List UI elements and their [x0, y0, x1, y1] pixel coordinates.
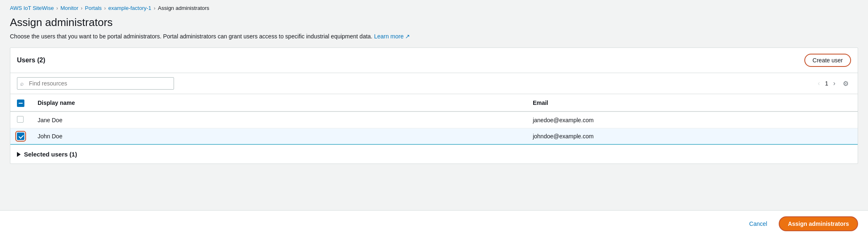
table-header-row: Display name Email [10, 94, 858, 111]
panel-header: Users (2) Create user [10, 48, 858, 73]
next-page-button[interactable]: › [831, 78, 838, 89]
row-checkbox-cell [10, 128, 31, 145]
header-checkbox-cell [10, 94, 31, 111]
breadcrumb-item-factory[interactable]: example-factory-1 [108, 5, 151, 11]
row-display-name: Jane Doe [31, 111, 526, 128]
filter-bar: ⌕ ‹ 1 › ⚙ [10, 73, 858, 94]
row-checkbox-jane[interactable] [17, 116, 24, 123]
cancel-button[interactable]: Cancel [743, 217, 774, 230]
create-user-button[interactable]: Create user [804, 54, 851, 67]
page-description: Choose the users that you want to be por… [0, 32, 868, 47]
breadcrumb-sep-1: › [56, 5, 58, 11]
row-display-name: John Doe [31, 128, 526, 145]
search-wrapper: ⌕ [17, 77, 174, 90]
breadcrumb-item-current: Assign administrators [158, 5, 209, 11]
expand-icon [17, 152, 21, 157]
header-email: Email [526, 94, 858, 111]
selected-users-label: Selected users (1) [24, 151, 77, 158]
breadcrumb-item-sitewise[interactable]: AWS IoT SiteWise [10, 5, 54, 11]
header-checkbox[interactable] [17, 100, 24, 107]
breadcrumb-item-monitor[interactable]: Monitor [60, 5, 78, 11]
row-email: janedoe@example.com [526, 111, 858, 128]
page-number: 1 [825, 80, 828, 87]
footer: Cancel Assign administrators [0, 210, 868, 237]
breadcrumb-sep-4: › [154, 5, 155, 11]
prev-page-button[interactable]: ‹ [816, 78, 823, 89]
breadcrumb-item-portals[interactable]: Portals [85, 5, 102, 11]
search-input[interactable] [17, 77, 174, 90]
search-icon: ⌕ [20, 80, 24, 87]
users-panel: Users (2) Create user ⌕ ‹ 1 › ⚙ [10, 47, 858, 164]
users-table: Display name Email Jane Doe janedoe@exam… [10, 94, 858, 145]
panel-title: Users (2) [17, 57, 45, 64]
assign-administrators-button[interactable]: Assign administrators [779, 216, 858, 231]
breadcrumb: AWS IoT SiteWise › Monitor › Portals › e… [0, 0, 868, 14]
table-settings-button[interactable]: ⚙ [840, 78, 851, 89]
learn-more-link[interactable]: Learn more ↗ [374, 33, 410, 40]
breadcrumb-sep-3: › [104, 5, 106, 11]
pagination-controls: ‹ 1 › ⚙ [816, 78, 851, 89]
selected-users-toggle: Selected users (1) [17, 151, 77, 158]
table-row: John Doe johndoe@example.com [10, 128, 858, 145]
table-row: Jane Doe janedoe@example.com [10, 111, 858, 128]
page-title: Assign administrators [0, 14, 868, 32]
row-checkbox-john[interactable] [17, 133, 24, 140]
row-checkbox-cell [10, 111, 31, 128]
header-display-name: Display name [31, 94, 526, 111]
row-email: johndoe@example.com [526, 128, 858, 145]
selected-users-section[interactable]: Selected users (1) [10, 145, 858, 164]
header-checkbox-dash [19, 103, 23, 104]
breadcrumb-sep-2: › [81, 5, 83, 11]
